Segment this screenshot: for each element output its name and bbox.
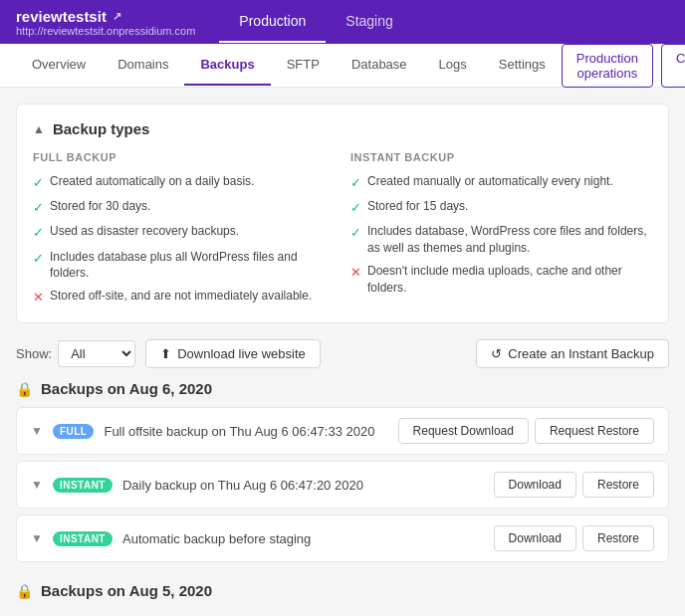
show-filter: Show: All Full Instant xyxy=(16,340,135,367)
refresh-icon: ↺ xyxy=(491,346,502,361)
check-icon: ✓ xyxy=(350,224,361,242)
download-live-website-button[interactable]: ⬆ Download live website xyxy=(145,339,321,368)
top-nav-production[interactable]: Production xyxy=(219,1,326,43)
top-nav-staging[interactable]: Staging xyxy=(326,1,412,43)
secondary-nav-items: Overview Domains Backups SFTP Database L… xyxy=(16,45,562,86)
check-icon: ✓ xyxy=(350,199,361,217)
table-row: ▼ FULL Full offsite backup on Thu Aug 6 … xyxy=(16,407,669,455)
nav-logs[interactable]: Logs xyxy=(423,45,483,86)
nav-overview[interactable]: Overview xyxy=(16,45,102,86)
cloning-tool-button[interactable]: Cloning Tool xyxy=(661,44,685,88)
backup-day-aug5: 🔒 Backups on Aug 5, 2020 xyxy=(16,582,669,599)
instant-backup-features: ✓Created manually or automatically every… xyxy=(350,173,652,297)
backup-day-aug6: 🔒 Backups on Aug 6, 2020 ▼ FULL Full off… xyxy=(16,380,669,562)
site-name-text: reviewtestsit xyxy=(16,8,107,25)
lock-icon: 🔒 xyxy=(16,381,33,397)
nav-backups[interactable]: Backups xyxy=(184,45,270,86)
restore-button[interactable]: Restore xyxy=(582,525,654,551)
list-item: ✓Stored for 15 days. xyxy=(350,198,652,217)
list-item: ✓Used as disaster recovery backups. xyxy=(33,223,335,242)
cross-icon: ✕ xyxy=(350,264,361,282)
check-icon: ✓ xyxy=(33,174,44,192)
backup-row-actions: Request Download Request Restore xyxy=(398,418,654,444)
secondary-nav: Overview Domains Backups SFTP Database L… xyxy=(0,44,685,88)
list-item: ✓Stored for 30 days. xyxy=(33,198,335,217)
site-name: reviewtestsit ↗ xyxy=(16,8,195,25)
backup-description: Automatic backup before staging xyxy=(122,531,484,546)
download-button[interactable]: Download xyxy=(494,525,576,551)
backup-day-header: 🔒 Backups on Aug 6, 2020 xyxy=(16,380,669,397)
nav-settings[interactable]: Settings xyxy=(483,45,562,86)
instant-badge: INSTANT xyxy=(53,531,113,546)
download-icon: ⬆ xyxy=(160,346,171,361)
show-label: Show: xyxy=(16,346,52,361)
production-operations-button[interactable]: Production operations xyxy=(562,44,653,88)
backup-types-panel: ▲ Backup types FULL BACKUP ✓Created auto… xyxy=(16,103,669,323)
table-row: ▼ INSTANT Daily backup on Thu Aug 6 06:4… xyxy=(16,461,669,509)
backup-row-actions: Download Restore xyxy=(494,472,654,498)
check-icon: ✓ xyxy=(33,224,44,242)
backup-day-header: 🔒 Backups on Aug 5, 2020 xyxy=(16,582,669,599)
cross-icon: ✕ xyxy=(33,289,44,307)
backup-description: Daily backup on Thu Aug 6 06:47:20 2020 xyxy=(122,478,484,493)
download-button[interactable]: Download xyxy=(494,472,576,498)
actions-bar: Show: All Full Instant ⬆ Download live w… xyxy=(16,339,669,368)
main-content: ▲ Backup types FULL BACKUP ✓Created auto… xyxy=(0,88,685,616)
request-download-button[interactable]: Request Download xyxy=(398,418,529,444)
backup-row-actions: Download Restore xyxy=(494,525,654,551)
site-info: reviewtestsit ↗ http://reviewtestsit.onp… xyxy=(16,8,195,37)
panel-title: Backup types xyxy=(53,120,150,137)
top-header: reviewtestsit ↗ http://reviewtestsit.onp… xyxy=(0,0,685,44)
check-icon: ✓ xyxy=(33,250,44,268)
backup-description: Full offsite backup on Thu Aug 6 06:47:3… xyxy=(104,424,387,439)
download-live-label: Download live website xyxy=(177,346,306,361)
check-icon: ✓ xyxy=(350,174,361,192)
chevron-down-icon[interactable]: ▼ xyxy=(31,531,43,545)
create-instant-backup-button[interactable]: ↺ Create an Instant Backup xyxy=(476,339,669,368)
request-restore-button[interactable]: Request Restore xyxy=(535,418,654,444)
create-backup-label: Create an Instant Backup xyxy=(508,346,654,361)
instant-backup-heading: INSTANT BACKUP xyxy=(350,151,652,163)
full-backup-features: ✓Created automatically on a daily basis.… xyxy=(33,173,335,307)
secondary-nav-actions: Production operations Cloning Tool xyxy=(562,44,685,88)
instant-backup-section: INSTANT BACKUP ✓Created manually or auto… xyxy=(350,151,652,307)
chevron-down-icon[interactable]: ▼ xyxy=(31,424,43,438)
external-link-icon[interactable]: ↗ xyxy=(113,10,121,23)
nav-database[interactable]: Database xyxy=(336,45,423,86)
list-item: ✓Created automatically on a daily basis. xyxy=(33,173,335,192)
restore-button[interactable]: Restore xyxy=(582,472,654,498)
full-badge: FULL xyxy=(53,424,95,439)
list-item: ✓Created manually or automatically every… xyxy=(350,173,652,192)
panel-header: ▲ Backup types xyxy=(33,120,652,137)
list-item: ✓Includes database, WordPress core files… xyxy=(350,223,652,257)
list-item: ✕Doesn't include media uploads, cache an… xyxy=(350,263,652,297)
backup-types-grid: FULL BACKUP ✓Created automatically on a … xyxy=(33,151,652,307)
site-url: http://reviewtestsit.onpressidium.com xyxy=(16,25,195,37)
check-icon: ✓ xyxy=(33,199,44,217)
nav-domains[interactable]: Domains xyxy=(102,45,184,86)
show-select[interactable]: All Full Instant xyxy=(58,340,135,367)
table-row: ▼ INSTANT Automatic backup before stagin… xyxy=(16,514,669,562)
backup-day-title: Backups on Aug 5, 2020 xyxy=(41,582,212,599)
chevron-up-icon[interactable]: ▲ xyxy=(33,122,45,136)
backup-day-title: Backups on Aug 6, 2020 xyxy=(41,380,212,397)
full-backup-section: FULL BACKUP ✓Created automatically on a … xyxy=(33,151,335,307)
nav-sftp[interactable]: SFTP xyxy=(271,45,336,86)
lock-icon: 🔒 xyxy=(16,583,33,599)
list-item: ✕Stored off-site, and are not immediatel… xyxy=(33,288,335,307)
instant-badge: INSTANT xyxy=(53,478,113,493)
chevron-down-icon[interactable]: ▼ xyxy=(31,478,43,492)
full-backup-heading: FULL BACKUP xyxy=(33,151,335,163)
top-navigation: Production Staging xyxy=(219,1,412,43)
list-item: ✓Includes database plus all WordPress fi… xyxy=(33,249,335,283)
